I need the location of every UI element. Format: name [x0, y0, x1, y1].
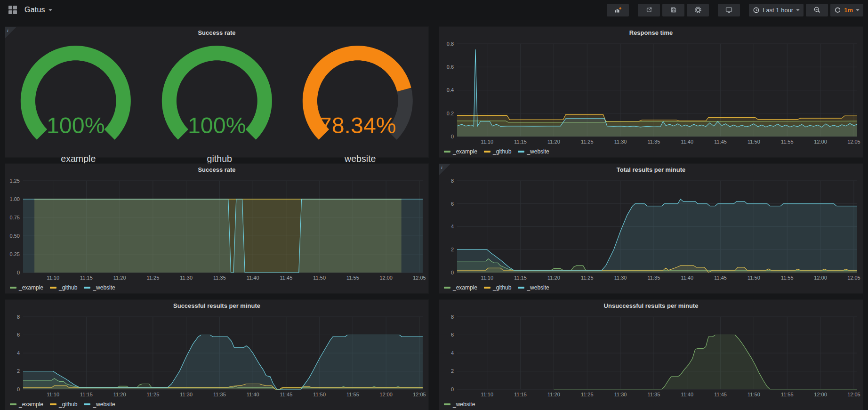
legend-item-_example[interactable]: _example — [444, 284, 477, 291]
svg-text:2: 2 — [451, 247, 454, 252]
svg-text:11:15: 11:15 — [514, 392, 527, 397]
chart-legend: _example_github_website — [439, 282, 863, 293]
time-range-picker[interactable]: Last 1 hour — [749, 4, 804, 16]
panel-title[interactable]: Unsuccessful results per minute — [439, 300, 863, 312]
svg-text:11:25: 11:25 — [581, 392, 594, 397]
svg-text:11:40: 11:40 — [247, 275, 259, 281]
tv-mode-button[interactable] — [718, 4, 740, 16]
gridlines — [457, 317, 857, 389]
svg-text:11:30: 11:30 — [180, 275, 193, 281]
legend-item-_example[interactable]: _example — [10, 284, 43, 291]
refresh-interval-label: 1m — [844, 7, 853, 14]
chart-svg: 0246811:1011:1511:2011:2511:3011:3511:40… — [5, 312, 428, 399]
svg-text:0: 0 — [17, 386, 20, 392]
panel-successful-results: Successful results per minute 0246811:10… — [5, 299, 429, 410]
top-navbar: Gatus — [0, 0, 868, 20]
add-panel-button[interactable] — [607, 4, 629, 16]
chart-svg: 00.250.500.751.001.2511:1011:1511:2011:2… — [5, 176, 428, 282]
gauges-container: 100%_example100%_github78.34%_website — [5, 39, 428, 167]
settings-button[interactable] — [687, 4, 709, 16]
legend-color-dash — [444, 403, 450, 405]
legend-item-_website[interactable]: _website — [84, 401, 115, 408]
panel-success-rate-gauges: i Success rate 100%_example100%_github78… — [5, 26, 429, 158]
svg-text:11:50: 11:50 — [747, 392, 760, 397]
legend-color-dash — [484, 151, 490, 153]
chart-area: 0246811:1011:1511:2011:2511:3011:3511:40… — [439, 176, 863, 282]
legend-item-_example[interactable]: _example — [10, 401, 43, 408]
svg-text:8: 8 — [451, 178, 454, 184]
grid-square — [8, 6, 12, 9]
svg-text:11:40: 11:40 — [681, 275, 693, 281]
svg-text:11:15: 11:15 — [514, 275, 527, 281]
info-icon: i — [7, 27, 8, 33]
svg-text:1.00: 1.00 — [10, 196, 20, 202]
svg-text:11:10: 11:10 — [481, 275, 493, 281]
tv-mode-icon — [725, 6, 733, 14]
legend-series-name: _example — [19, 401, 43, 408]
gauge-value: 100% — [47, 113, 105, 138]
panel-info-corner[interactable]: i — [439, 164, 450, 175]
chart-svg: 00.20.40.60.811:1011:1511:2011:2511:3011… — [439, 39, 863, 146]
svg-text:12:05: 12:05 — [413, 275, 426, 281]
gear-icon — [694, 6, 702, 14]
panel-title[interactable]: Success rate — [5, 27, 428, 39]
zoom-out-button[interactable] — [806, 4, 828, 16]
legend-series-name: _example — [453, 148, 477, 155]
legend-color-dash — [484, 287, 490, 289]
svg-text:11:40: 11:40 — [681, 139, 693, 145]
gauge-value: 100% — [188, 113, 246, 138]
gauge-value: 78.34% — [319, 113, 396, 138]
svg-text:12:05: 12:05 — [413, 392, 426, 397]
legend-series-name: _example — [453, 284, 477, 291]
chart-legend: _example_github_website — [5, 399, 428, 410]
panel-unsuccessful-results: Unsuccessful results per minute 0246811:… — [439, 299, 863, 410]
dashboard-grid-icon[interactable] — [8, 6, 17, 14]
legend-item-_github[interactable]: _github — [484, 284, 511, 291]
svg-text:11:20: 11:20 — [547, 139, 560, 145]
panel-title[interactable]: Total results per minute — [439, 164, 863, 176]
legend-item-_website[interactable]: _website — [518, 284, 549, 291]
panel-title[interactable]: Response time — [439, 27, 863, 39]
svg-text:11:50: 11:50 — [313, 392, 326, 397]
chart-legend: _example_github_website — [5, 282, 428, 293]
svg-text:0.6: 0.6 — [447, 64, 454, 70]
chevron-down-icon — [48, 9, 52, 11]
chart-legend: _example_github_website — [439, 146, 863, 157]
svg-text:11:55: 11:55 — [346, 275, 359, 281]
refresh-picker[interactable]: 1m — [830, 4, 863, 16]
legend-color-dash — [444, 287, 450, 289]
svg-text:11:15: 11:15 — [80, 392, 93, 397]
legend-item-_website[interactable]: _website — [84, 284, 115, 291]
legend-item-_website[interactable]: _website — [518, 148, 549, 155]
panel-title[interactable]: Success rate — [5, 164, 428, 176]
legend-color-dash — [518, 287, 524, 289]
share-button[interactable] — [638, 4, 660, 16]
dashboard-title-picker[interactable]: Gatus — [24, 6, 52, 14]
chart-area: 0246811:1011:1511:2011:2511:3011:3511:40… — [5, 312, 428, 399]
legend-item-_github[interactable]: _github — [50, 401, 77, 408]
legend-series-name: _github — [59, 284, 77, 291]
legend-item-_example[interactable]: _example — [444, 148, 477, 155]
panel-title[interactable]: Successful results per minute — [5, 300, 428, 312]
info-icon: i — [441, 164, 442, 170]
legend-color-dash — [10, 403, 16, 405]
gauge-svg: 100%_example — [5, 39, 146, 167]
svg-text:11:25: 11:25 — [581, 139, 594, 145]
gauge-label: _example — [55, 153, 96, 164]
legend-color-dash — [518, 151, 524, 153]
svg-text:11:35: 11:35 — [648, 392, 660, 397]
svg-text:11:55: 11:55 — [781, 139, 794, 145]
share-icon — [645, 6, 653, 14]
panel-info-corner[interactable]: i — [5, 27, 16, 38]
legend-color-dash — [50, 403, 56, 405]
legend-item-_github[interactable]: _github — [484, 148, 511, 155]
svg-text:4: 4 — [451, 224, 454, 229]
legend-item-_website[interactable]: _website — [444, 401, 475, 408]
svg-text:11:35: 11:35 — [213, 275, 226, 281]
legend-color-dash — [84, 287, 90, 289]
svg-text:11:20: 11:20 — [547, 392, 560, 397]
legend-item-_github[interactable]: _github — [50, 284, 77, 291]
svg-text:2: 2 — [451, 368, 454, 374]
gauge-label: _github — [201, 153, 232, 164]
save-button[interactable] — [662, 4, 684, 16]
